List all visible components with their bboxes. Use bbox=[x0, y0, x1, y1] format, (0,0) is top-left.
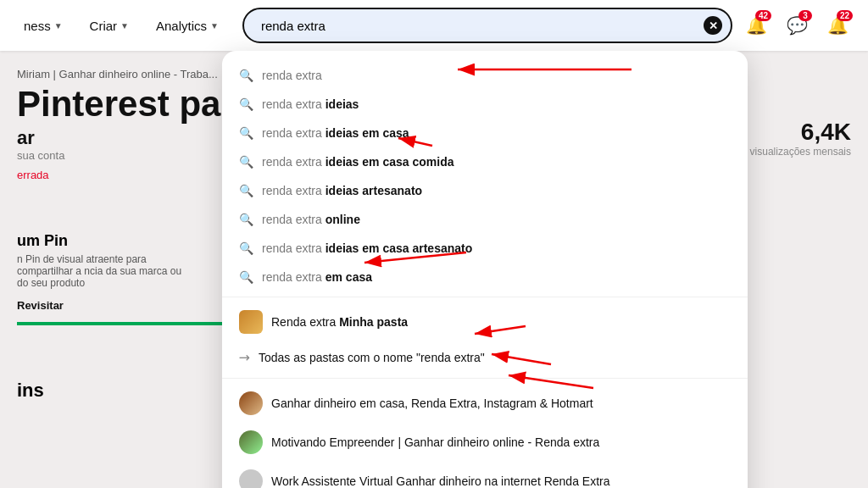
suggestion-item[interactable]: 🔍 renda extra ideias bbox=[222, 90, 748, 119]
clear-search-button[interactable]: ✕ bbox=[704, 16, 722, 35]
alert-notification-button[interactable]: 🔔 22 bbox=[821, 8, 854, 42]
nav-analytics[interactable]: Analytics ▼ bbox=[146, 12, 229, 40]
profile-name-2: Motivando Empreender | Ganhar dinheiro o… bbox=[271, 435, 599, 449]
section-sub: sua conta bbox=[17, 149, 186, 162]
divider bbox=[222, 378, 748, 379]
navbar: ness ▼ Criar ▼ Analytics ▼ ✕ 🔔 42 💬 3 🔔 … bbox=[0, 0, 868, 51]
nav-analytics-label: Analytics bbox=[156, 19, 207, 33]
nav-criar-label: Criar bbox=[90, 19, 118, 33]
suggestion-item[interactable]: 🔍 renda extra ideias em casa bbox=[222, 119, 748, 147]
profile-suggestion-item[interactable]: Motivando Empreender | Ganhar dinheiro o… bbox=[222, 423, 748, 462]
section-ar: ar bbox=[17, 127, 186, 149]
search-box: ✕ bbox=[242, 8, 732, 43]
all-boards-item[interactable]: ↗ Todas as pastas com o nome "renda extr… bbox=[222, 341, 748, 373]
profile-avatar bbox=[239, 469, 263, 488]
stats-number: 6,4K bbox=[750, 119, 851, 146]
chevron-down-icon: ▼ bbox=[210, 21, 219, 30]
search-input[interactable] bbox=[242, 8, 732, 43]
profile-avatar bbox=[239, 391, 263, 415]
nav-criar[interactable]: Criar ▼ bbox=[80, 12, 139, 40]
search-icon: 🔍 bbox=[239, 155, 253, 169]
message-badge: 3 bbox=[798, 10, 812, 21]
profile-suggestion-item[interactable]: Ganhar dinheiro em casa, Renda Extra, In… bbox=[222, 384, 748, 423]
suggestion-item[interactable]: 🔍 renda extra bbox=[222, 61, 748, 90]
arrow-icon: ↗ bbox=[235, 347, 254, 367]
board-name: Renda extra Minha pasta bbox=[271, 315, 408, 329]
nav-right: 🔔 42 💬 3 🔔 22 bbox=[739, 8, 854, 42]
suggestion-text: renda extra ideias artesanato bbox=[262, 184, 422, 197]
chevron-down-icon: ▼ bbox=[54, 21, 63, 30]
board-suggestion-item[interactable]: Renda extra Minha pasta bbox=[222, 302, 748, 341]
status-badge: errada bbox=[17, 169, 186, 181]
suggestion-text: renda extra ideias em casa comida bbox=[262, 155, 453, 169]
all-boards-label: Todas as pastas com o nome "renda extra" bbox=[259, 351, 485, 364]
stats-label: visualizações mensais bbox=[750, 146, 851, 158]
left-panel: ar sua conta errada um Pin n Pin de visu… bbox=[17, 127, 186, 402]
profile-name-3: Work Assistente Virtual Ganhar dinheiro … bbox=[271, 474, 609, 488]
suggestion-text: renda extra online bbox=[262, 213, 360, 226]
profile-avatar bbox=[239, 430, 263, 454]
bell-notification-button[interactable]: 🔔 42 bbox=[739, 8, 773, 42]
alert-badge: 22 bbox=[837, 10, 853, 21]
profile-name-1: Ganhar dinheiro em casa, Renda Extra, In… bbox=[271, 396, 593, 410]
pin-section-title: um Pin bbox=[17, 232, 186, 250]
suggestion-item[interactable]: 🔍 renda extra em casa bbox=[222, 263, 748, 291]
pin-description: n Pin de visual atraente para compartilh… bbox=[17, 253, 186, 289]
suggestion-item[interactable]: 🔍 renda extra ideias artesanato bbox=[222, 176, 748, 205]
suggestion-text: renda extra ideias bbox=[262, 97, 359, 111]
suggestion-text: renda extra bbox=[262, 69, 322, 82]
search-icon: 🔍 bbox=[239, 97, 253, 111]
nav-business[interactable]: ness ▼ bbox=[14, 12, 73, 40]
suggestion-text: renda extra ideias em casa artesanato bbox=[262, 241, 472, 255]
suggestion-item[interactable]: 🔍 renda extra online bbox=[222, 205, 748, 234]
revisit-button[interactable]: Revisitar bbox=[17, 299, 186, 312]
search-icon: 🔍 bbox=[239, 69, 253, 82]
search-icon: 🔍 bbox=[239, 241, 253, 255]
chevron-down-icon: ▼ bbox=[120, 21, 129, 30]
search-icon: 🔍 bbox=[239, 184, 253, 197]
progress-bar bbox=[17, 322, 254, 325]
stats-area: 6,4K visualizações mensais bbox=[750, 119, 851, 158]
search-icon: 🔍 bbox=[239, 270, 253, 284]
search-dropdown: 🔍 renda extra 🔍 renda extra ideias 🔍 ren… bbox=[222, 51, 748, 488]
ins-section: ins bbox=[17, 380, 186, 402]
profile-suggestion-item[interactable]: Work Assistente Virtual Ganhar dinheiro … bbox=[222, 462, 748, 488]
message-notification-button[interactable]: 💬 3 bbox=[780, 8, 814, 42]
suggestion-text: renda extra ideias em casa bbox=[262, 126, 409, 140]
nav-business-label: ness bbox=[24, 19, 51, 33]
suggestion-item[interactable]: 🔍 renda extra ideias em casa artesanato bbox=[222, 234, 748, 263]
search-icon: 🔍 bbox=[239, 126, 253, 140]
search-icon: 🔍 bbox=[239, 213, 253, 226]
board-thumbnail bbox=[239, 310, 263, 334]
suggestion-item[interactable]: 🔍 renda extra ideias em casa comida bbox=[222, 147, 748, 176]
bell-badge: 42 bbox=[755, 10, 771, 21]
divider bbox=[222, 297, 748, 297]
suggestion-text: renda extra em casa bbox=[262, 270, 372, 284]
